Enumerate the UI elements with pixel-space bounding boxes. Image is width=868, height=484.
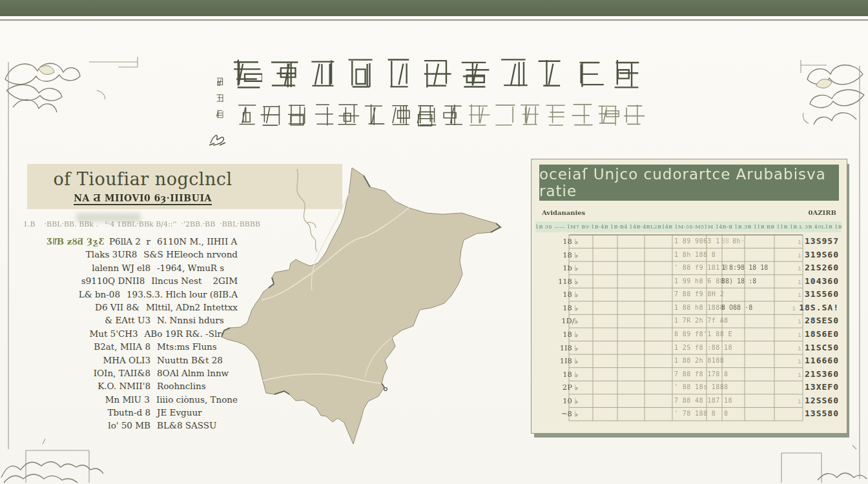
- row-label: 118 ♭: [541, 275, 578, 288]
- row-label: 1D/♭: [541, 314, 578, 328]
- ornament-top-left-icon: [0, 50, 155, 121]
- list-item: s9110Q DNII8 Ilncus Nest 2GIM: [19, 274, 238, 287]
- row-tick: ı: [798, 291, 802, 298]
- row-label: 18 ♭: [541, 328, 578, 341]
- left-edge-line: [8, 62, 9, 449]
- row-mid-value: 1 88 h8 1888: [674, 301, 724, 315]
- table-rows: 18 ♭ 1 89 9863 1 8h· 88 ı13S957 18 ♭ 1 8…: [532, 235, 847, 421]
- table-row: ~8 ♭ ' 78 188 8 8 13S580: [532, 407, 847, 421]
- table-row: 18 ♭ 7 88 f8 178 8 ı21S360: [532, 368, 847, 381]
- row-amount: ı18S6E0: [768, 328, 839, 342]
- list-item: MHA OLI3 Nuuttn B&t 28: [19, 354, 238, 367]
- table-row: 1I8 ♭ 1 2S f8 :88 18 ı11SC50: [532, 341, 847, 355]
- row-label: 2P ♭: [541, 381, 578, 394]
- row-label: 18 ♭: [541, 235, 578, 248]
- list-item-label: Tlaks 3UR8: [19, 248, 137, 261]
- list-item-label: Tbutn-d 8: [19, 406, 150, 419]
- list-item: Mn MlU 3 Iiiio ciònus, Tnone: [19, 393, 238, 406]
- list-item-label: MHA OLI3: [19, 354, 150, 367]
- map-islet: [384, 388, 388, 391]
- row-amount: 13S580: [768, 407, 839, 421]
- row-amount: ı104360: [768, 275, 839, 289]
- list-item-prefix: ƷǁƁ ƶȣƌ ȜƺƸ: [46, 236, 104, 247]
- list-item-label: Mn MlU 3: [19, 393, 150, 406]
- row-amount: ı18S.SA!: [768, 301, 839, 316]
- row-tick: ı: [798, 265, 802, 272]
- list-item-label: D6 VII 8&: [19, 301, 140, 314]
- table-row: 18 ♭ 1 88 h8 1888 8 O88 ·8 ı18S.SA!: [532, 301, 847, 315]
- row-amount: ı31S560: [768, 288, 839, 302]
- row-mid-value: ' 78 188 8 8: [674, 407, 728, 421]
- row-label: 18 ♭: [541, 368, 578, 381]
- right-edge-line: [859, 66, 860, 479]
- row-label: 18 ♭: [541, 288, 578, 301]
- row-mid-value: 7 88 48 187 18: [674, 394, 732, 408]
- row-mid-value: ' 88 18s 1888: [674, 381, 728, 394]
- title-line2-dark: [234, 103, 464, 129]
- row-amount: ı21S260: [768, 261, 839, 276]
- data-table-panel: oceiaſ Unjco cudorartce Arubabisva ratie…: [531, 159, 847, 434]
- list-item: L& bn-08 193.S.3. Hlch lour (8IB.A: [19, 288, 238, 301]
- row-amount: ı11SC50: [768, 341, 839, 356]
- row-mid2-value: 88) 18 :8: [721, 275, 756, 288]
- list-item-label: lo' 50 MB: [19, 419, 150, 432]
- row-amount: ı12SS60: [768, 394, 839, 408]
- list-item-label: B2at, MIIA 8: [19, 340, 150, 353]
- list-item-label: K.O. NMII'8: [19, 379, 150, 392]
- list-item: Mut 5'CH3 ABo 19R R&. -Slrdits: [19, 327, 238, 340]
- list-item-label: s9110Q DNII8: [19, 274, 145, 287]
- map-landmass: [222, 168, 501, 444]
- list-item: lalenn WJ el8 -1964, WmuR s: [19, 261, 238, 274]
- row-mid-value: 1 7R 2h 7f A8: [674, 314, 728, 328]
- table-row: 118 ♭ 1 99 h8 6 88 88) 18 :8 ı104360: [532, 275, 847, 288]
- list-item-label: lalenn WJ el8: [19, 261, 150, 274]
- list-item: Tbutn-d 8 JE Evguur: [19, 406, 238, 419]
- list-item-label: IOIn, TAII&8: [19, 367, 150, 379]
- title-side-scribble-icon: [207, 128, 230, 147]
- row-mid-value: 7 88 f8 178 8: [674, 368, 728, 381]
- region-map: [216, 161, 520, 458]
- row-amount: ı21S360: [768, 368, 839, 382]
- row-mid-value: 1 88 2h 8188: [674, 354, 724, 368]
- list-item: K.O. NMII'8 Roohnclins: [19, 379, 238, 392]
- row-mid-value: 1 8h 188 8: [674, 248, 716, 262]
- row-mid-value: 7 88 f9 8H 2: [674, 288, 724, 301]
- list-item: D6 VII 8& Mlttil, ADn2 Intettxx: [19, 301, 238, 314]
- table-row: 1I8 ♭ 1 88 2h 8188 ı116660: [532, 354, 847, 368]
- row-amount: 13XEF0: [768, 381, 839, 395]
- map-river-squiggle: [297, 169, 317, 252]
- table-row: 18 ♭ 1 89 9863 1 8h· 88 ı13S957: [532, 235, 847, 248]
- title-side-marks: [216, 77, 226, 118]
- list-item-label: ƷǁƁ ƶȣƌ ȜƺƸP6llA 2 r: [19, 235, 150, 248]
- list-item: Tlaks 3UR8 S&S HEleoch nrvond: [19, 248, 238, 261]
- ornament-bottom-right-icon: [762, 439, 868, 484]
- row-amount: ı319S60: [768, 248, 839, 263]
- row-mid-value: 1 89 9863 1 8h·: [674, 235, 745, 248]
- row-label: ~8 ♭: [541, 407, 578, 421]
- list-item-label: L& bn-08: [19, 288, 120, 301]
- infographic-page: of Tioufiar nogclncl NA Ƌ MIIOVI0 6ȝ·III…: [0, 0, 868, 484]
- row-label: 1I8 ♭: [541, 341, 578, 355]
- row-tick: ı: [798, 331, 802, 338]
- table-row: 10 ♭ 7 88 48 187 18 ı12SS60: [532, 394, 847, 408]
- list-item: B2at, MIIA 8 Mts:ms Fluns: [19, 340, 238, 353]
- row-mid-value: ' 88 f9 181 8: [674, 261, 728, 275]
- title-line2-light: [468, 103, 646, 129]
- row-label: 18 ♭: [541, 248, 578, 262]
- row-mid-value: 8 89 f8'1 88 E: [674, 328, 732, 341]
- row-mid-value: 1 99 h8 6 88: [674, 275, 724, 288]
- row-tick: ı: [792, 305, 796, 312]
- row-tick: ı: [798, 398, 802, 405]
- top-rule-line: [0, 19, 868, 21]
- row-tick: ı: [798, 238, 802, 245]
- table-row: 18 ♭ 7 88 f9 8H 2 ı31S560: [532, 288, 847, 301]
- main-title-line1: [231, 58, 643, 92]
- row-label: 10 ♭: [541, 394, 578, 408]
- row-label: 1b ♭: [541, 261, 578, 275]
- row-tick: ı: [798, 278, 802, 285]
- list-item: & EAtt U3 N. Nnnsi hdurs: [19, 314, 238, 327]
- list-item: IOIn, TAII&8 8OAl Alnm lnnw: [19, 367, 238, 379]
- table-row: 18 ♭ 1 8h 188 8 ı319S60: [532, 248, 847, 262]
- list-item: ƷǁƁ ƶȣƌ ȜƺƸP6llA 2 r 6110N M., IIHII A: [19, 235, 238, 248]
- row-mid2-value: 8 O88 ·8: [721, 301, 752, 315]
